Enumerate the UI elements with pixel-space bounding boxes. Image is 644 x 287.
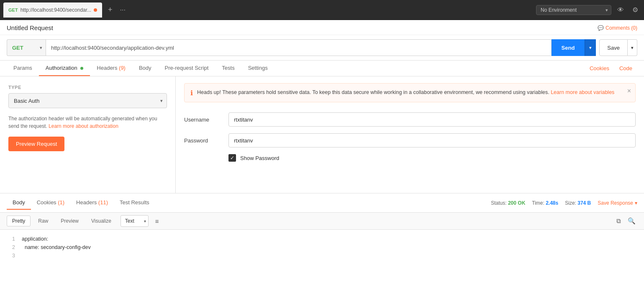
tab-pre-request-script[interactable]: Pre-request Script <box>158 61 216 76</box>
comments-button[interactable]: 💬 Comments (0) <box>598 25 637 31</box>
password-label: Password <box>184 137 222 144</box>
tab-headers[interactable]: Headers (9) <box>90 61 132 76</box>
resp-tab-body[interactable]: Body <box>7 196 31 210</box>
size-label: Size: 374 B <box>565 200 591 206</box>
learn-more-auth-link[interactable]: Learn more about authorization <box>49 123 118 129</box>
save-dropdown-button[interactable]: ▾ <box>628 39 637 56</box>
request-title-bar: Untitled Request 💬 Comments (0) <box>0 20 644 35</box>
tab-modified-dot <box>94 8 97 12</box>
username-label: Username <box>184 117 222 123</box>
auth-type-select[interactable]: No Auth API Key Bearer Token Basic Auth … <box>8 93 167 108</box>
password-field-row: Password <box>184 133 636 147</box>
eye-icon-button[interactable]: 👁 <box>615 5 626 15</box>
env-select[interactable]: No Environment <box>536 5 611 15</box>
format-bar: Pretty Raw Preview Visualize Text JSON X… <box>0 213 644 230</box>
request-title: Untitled Request <box>7 24 53 31</box>
save-button[interactable]: Save <box>599 39 628 56</box>
send-button-group: Send ▾ <box>552 39 596 56</box>
status-label: Status: 200 OK <box>491 200 525 206</box>
comments-label: Comments (0) <box>606 25 637 31</box>
line-number-3: 3 <box>7 251 15 260</box>
fmt-tab-preview[interactable]: Preview <box>56 216 84 226</box>
search-response-button[interactable]: 🔍 <box>626 216 637 226</box>
format-select[interactable]: Text JSON XML HTML <box>121 215 149 227</box>
method-select[interactable]: GET POST PUT DELETE PATCH <box>7 39 46 56</box>
request-tab[interactable]: GET http://localhost:9400/secondar... <box>3 3 102 18</box>
copy-response-button[interactable]: ⧉ <box>615 216 623 226</box>
fmt-tab-visualize[interactable]: Visualize <box>86 216 116 226</box>
response-tabs-bar: Body Cookies (1) Headers (11) Test Resul… <box>0 193 644 213</box>
tab-code-right[interactable]: Code <box>614 61 637 76</box>
checkmark-icon: ✓ <box>230 155 234 160</box>
save-response-button[interactable]: Save Response ▾ <box>598 200 637 206</box>
comment-icon: 💬 <box>598 25 604 31</box>
main-content: TYPE No Auth API Key Bearer Token Basic … <box>0 76 644 193</box>
password-input[interactable] <box>228 133 636 147</box>
resp-tab-test-results[interactable]: Test Results <box>114 196 155 210</box>
alert-text: Heads up! These parameters hold sensitiv… <box>197 89 614 97</box>
send-button[interactable]: Send <box>552 39 585 56</box>
line-number-2: 2 <box>7 243 15 251</box>
show-password-row: ✓ Show Password <box>184 154 636 162</box>
auth-description: The authorization header will be automat… <box>8 115 167 130</box>
alert-icon: ℹ <box>190 89 193 97</box>
save-button-group: Save ▾ <box>599 39 637 56</box>
tab-settings[interactable]: Settings <box>241 61 275 76</box>
fmt-tab-pretty[interactable]: Pretty <box>7 216 31 226</box>
auth-alert-box: ℹ Heads up! These parameters hold sensit… <box>184 83 636 102</box>
tab-cookies-right[interactable]: Cookies <box>585 61 614 76</box>
status-value: 200 OK <box>508 200 525 206</box>
type-label: TYPE <box>8 85 167 90</box>
tab-authorization-label: Authorization <box>46 65 77 71</box>
show-password-checkbox[interactable]: ✓ <box>228 154 236 162</box>
response-section: Body Cookies (1) Headers (11) Test Resul… <box>0 193 644 280</box>
code-line-2: 2 name: secondary-config-dev <box>7 243 637 251</box>
tab-params[interactable]: Params <box>7 61 39 76</box>
env-select-wrap: No Environment <box>536 5 611 15</box>
format-right-actions: ⧉ 🔍 <box>615 216 637 226</box>
line-code-1: application: <box>22 235 48 243</box>
show-password-label[interactable]: Show Password <box>240 155 279 161</box>
learn-more-variables-link[interactable]: Learn more about variables <box>551 89 614 95</box>
tab-tests[interactable]: Tests <box>215 61 241 76</box>
line-code-2: name: secondary-config-dev <box>22 243 91 251</box>
format-select-wrap: Text JSON XML HTML <box>121 215 149 227</box>
save-response-label: Save Response <box>598 200 633 206</box>
tabs-bar: Params Authorization Headers (9) Body Pr… <box>0 61 644 76</box>
gear-icon-button[interactable]: ⚙ <box>630 4 641 15</box>
send-dropdown-button[interactable]: ▾ <box>585 39 596 56</box>
method-select-wrap: GET POST PUT DELETE PATCH <box>7 39 46 56</box>
line-number-1: 1 <box>7 235 15 243</box>
tab-method: GET <box>8 8 18 13</box>
add-tab-button[interactable]: + <box>105 5 115 14</box>
type-select-wrap: No Auth API Key Bearer Token Basic Auth … <box>8 93 167 108</box>
fmt-tab-raw[interactable]: Raw <box>33 216 53 226</box>
authorization-active-dot <box>80 67 83 70</box>
time-label: Time: 2.48s <box>532 200 558 206</box>
env-bar: No Environment 👁 ⚙ <box>536 4 641 15</box>
time-value: 2.48s <box>546 200 558 206</box>
username-field-row: Username <box>184 112 636 127</box>
auth-left-panel: TYPE No Auth API Key Bearer Token Basic … <box>0 76 176 193</box>
response-status-bar: Status: 200 OK Time: 2.48s Size: 374 B S… <box>491 200 637 206</box>
top-bar: GET http://localhost:9400/secondar... + … <box>0 0 644 20</box>
url-input[interactable] <box>46 39 552 56</box>
alert-message: Heads up! These parameters hold sensitiv… <box>197 89 549 95</box>
tab-url: http://localhost:9400/secondar... <box>21 7 91 13</box>
code-line-1: 1 application: <box>7 235 637 243</box>
resp-tab-cookies[interactable]: Cookies (1) <box>31 196 70 210</box>
tab-authorization[interactable]: Authorization <box>39 61 90 76</box>
url-bar: GET POST PUT DELETE PATCH Send ▾ Save ▾ <box>0 35 644 61</box>
response-code-area: 1 application: 2 name: secondary-config-… <box>0 230 644 280</box>
size-value: 374 B <box>577 200 591 206</box>
right-tabs: Cookies Code <box>585 61 637 76</box>
more-tabs-button[interactable]: ··· <box>118 6 127 14</box>
resp-tab-headers[interactable]: Headers (11) <box>70 196 114 210</box>
wrap-lines-button[interactable]: ≡ <box>153 216 162 226</box>
auth-right-panel: ℹ Heads up! These parameters hold sensit… <box>176 76 644 193</box>
alert-close-button[interactable]: × <box>627 88 631 94</box>
tab-body[interactable]: Body <box>132 61 158 76</box>
username-input[interactable] <box>228 112 636 127</box>
preview-request-button[interactable]: Preview Request <box>8 137 64 151</box>
code-line-3: 3 <box>7 251 637 260</box>
